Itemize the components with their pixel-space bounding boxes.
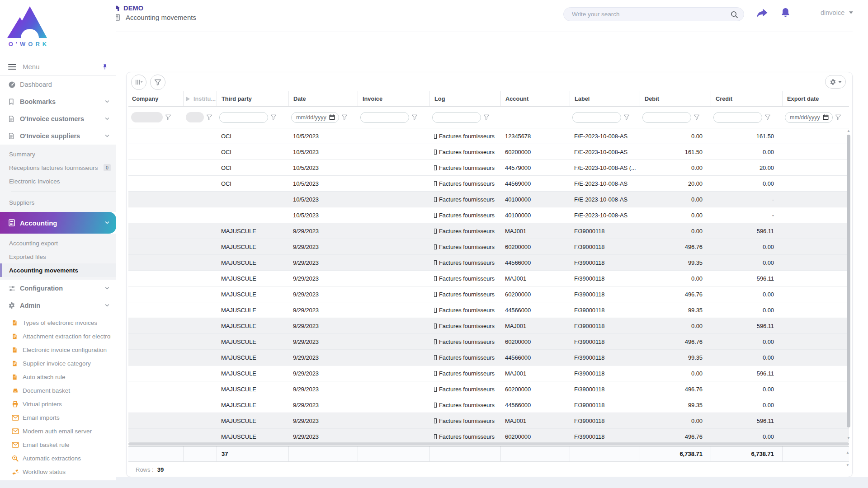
expand-group-icon[interactable] (186, 97, 190, 101)
column-header-institu[interactable]: Institu... (183, 91, 217, 106)
sidebar-item-dashboard[interactable]: Dashboard (0, 76, 116, 93)
funnel-icon[interactable] (165, 114, 171, 120)
sidebar-item-o-invoice-customers[interactable]: O'Invoice customers (0, 110, 116, 127)
funnel-icon[interactable] (411, 114, 418, 120)
scroll-up-icon[interactable]: ▲ (847, 129, 850, 133)
vertical-scrollbar-thumb[interactable] (847, 135, 850, 427)
summary-scroll-down-icon[interactable]: ▼ (846, 464, 849, 467)
sidebar-item-bookmarks[interactable]: Bookmarks (0, 93, 116, 110)
sidebar-item-document-basket[interactable]: Document basket (0, 384, 116, 397)
sidebar-item-configuration[interactable]: Configuration (0, 280, 116, 297)
missing-glyph-icon (434, 308, 437, 313)
funnel-icon[interactable] (206, 114, 212, 120)
table-row[interactable]: MAJUSCULE9/29/2023Factures fournisseursM… (128, 318, 849, 334)
sidebar-item-modern-auth-email-server[interactable]: Modern auth email server (0, 424, 116, 438)
sidebar-item-accounting-export[interactable]: Accounting export (0, 236, 116, 250)
summary-scroll-up-icon[interactable]: ▲ (846, 451, 849, 455)
table-settings-button[interactable] (825, 75, 846, 89)
date-filter-date[interactable]: mm/dd/yyyy (291, 112, 339, 123)
table-row[interactable]: OCI10/5/2023Factures fournisseurs6020000… (128, 144, 849, 160)
table-row[interactable]: MAJUSCULE9/29/2023Factures fournisseursM… (128, 366, 849, 381)
sidebar-item-auto-attach-rule[interactable]: Auto attach rule (0, 370, 116, 384)
table-row[interactable]: MAJUSCULE9/29/2023Factures fournisseursM… (128, 223, 849, 239)
sidebar-item-suppliers[interactable]: Suppliers (0, 196, 116, 209)
funnel-icon[interactable] (341, 114, 348, 120)
table-row[interactable]: MAJUSCULE9/29/2023Factures fournisseurs6… (128, 334, 849, 350)
cell-label: F/39000118 (570, 433, 640, 440)
sidebar-item-email-basket-rule[interactable]: Email basket rule (0, 438, 116, 451)
column-header-debit[interactable]: Debit (640, 91, 711, 106)
vertical-scrollbar[interactable]: ▲ ▼ (846, 128, 851, 442)
filter-input-credit[interactable] (713, 112, 762, 123)
table-row[interactable]: MAJUSCULE9/29/2023Factures fournisseurs6… (128, 381, 849, 397)
column-header-third-party[interactable]: Third party (217, 91, 288, 106)
bell-icon[interactable] (781, 7, 790, 20)
column-header-account[interactable]: Account (500, 91, 570, 106)
table-row[interactable]: MAJUSCULE9/29/2023Factures fournisseurs6… (128, 239, 849, 255)
filter-input-log[interactable] (432, 112, 481, 123)
share-icon[interactable] (756, 8, 768, 21)
horizontal-scrollbar[interactable] (128, 442, 849, 446)
filter-input-third-party[interactable] (219, 112, 268, 123)
column-header-date[interactable]: Date (288, 91, 358, 106)
table-row[interactable]: OCI10/5/2023Factures fournisseurs4456900… (128, 176, 849, 192)
funnel-icon[interactable] (835, 114, 841, 120)
filter-input-invoice[interactable] (360, 112, 409, 123)
sidebar-item-types-of-electronic-invoices[interactable]: Types of electronic invoices (0, 316, 116, 329)
sidebar-item-accounting[interactable]: Accounting (0, 212, 116, 234)
table-row[interactable]: MAJUSCULE9/29/2023Factures fournisseurs6… (128, 286, 849, 302)
app-logo[interactable]: O'WORK (0, 0, 116, 58)
table-row[interactable]: MAJUSCULE9/29/2023Factures fournisseurs4… (128, 397, 849, 413)
sidebar-item-workflow-status[interactable]: Workflow status (0, 465, 116, 479)
sidebar-item-virtual-printers[interactable]: Virtual printers (0, 397, 116, 411)
scroll-down-icon[interactable]: ▼ (847, 436, 850, 440)
funnel-icon[interactable] (270, 114, 277, 120)
column-header-credit[interactable]: Credit (711, 91, 782, 106)
sidebar-item-attachment-extraction-for-electroni[interactable]: Attachment extraction for electroni (0, 329, 116, 343)
filter-input-debit[interactable] (642, 112, 691, 123)
breadcrumb[interactable]: DEMO (113, 5, 143, 12)
sidebar-item-r-ceptions-factures-fournisseurs[interactable]: Réceptions factures fournisseurs0 (0, 161, 116, 174)
pin-icon[interactable] (102, 63, 108, 70)
funnel-icon[interactable] (483, 114, 490, 120)
table-row[interactable]: MAJUSCULE9/29/2023Factures fournisseurs4… (128, 302, 849, 318)
sidebar-item-accounting-movements[interactable]: Accounting movements (0, 263, 116, 277)
calendar-icon[interactable] (329, 114, 335, 120)
columns-button[interactable] (131, 75, 146, 90)
table-row[interactable]: OCI10/5/2023Factures fournisseurs4457900… (128, 160, 849, 176)
filter-input-label[interactable] (572, 112, 621, 123)
sidebar-item-o-invoice-suppliers[interactable]: O'Invoice suppliers (0, 127, 116, 145)
table-row[interactable]: MAJUSCULE9/29/2023Factures fournisseurs4… (128, 255, 849, 271)
filter-button[interactable] (150, 75, 165, 90)
sidebar-item-summary[interactable]: Summary (0, 147, 116, 161)
column-header-label[interactable]: Label (570, 91, 640, 106)
funnel-icon[interactable] (693, 114, 700, 120)
column-header-invoice[interactable]: Invoice (358, 91, 429, 106)
hamburger-icon[interactable] (8, 64, 16, 70)
sidebar-item-electronic-invoice-configuration[interactable]: Electronic invoice configuration (0, 343, 116, 357)
sidebar-item-automatic-extractions[interactable]: Automatic extractions (0, 451, 116, 465)
table-row[interactable]: OCI10/5/2023Factures fournisseurs1234567… (128, 128, 849, 144)
table-row[interactable]: 10/5/2023Factures fournisseurs40100000F/… (128, 192, 849, 207)
table-row[interactable]: MAJUSCULE9/29/2023Factures fournisseurs6… (128, 429, 849, 442)
date-filter-export-date[interactable]: mm/dd/yyyy (785, 112, 833, 123)
funnel-icon[interactable] (764, 114, 771, 120)
table-row[interactable]: 10/5/2023Factures fournisseurs40100000F/… (128, 207, 849, 223)
sidebar-item-exported-files[interactable]: Exported files (0, 250, 116, 263)
column-header-export-date[interactable]: Export date (782, 91, 849, 106)
sidebar-item-admin[interactable]: Admin (0, 297, 116, 314)
sidebar-item-electronic-invoices[interactable]: Electronic Invoices (0, 174, 116, 188)
table-row[interactable]: MAJUSCULE9/29/2023Factures fournisseursM… (128, 271, 849, 286)
search-input[interactable] (572, 8, 726, 21)
funnel-icon[interactable] (623, 114, 630, 120)
user-menu[interactable]: dinvoice (821, 9, 853, 16)
calendar-icon[interactable] (823, 114, 829, 120)
search-icon[interactable] (731, 11, 738, 20)
column-header-log[interactable]: Log (429, 91, 500, 106)
table-row[interactable]: MAJUSCULE9/29/2023Factures fournisseursM… (128, 413, 849, 429)
table-row[interactable]: MAJUSCULE9/29/2023Factures fournisseurs4… (128, 350, 849, 366)
horizontal-scrollbar-thumb[interactable] (128, 442, 849, 446)
sidebar-item-supplier-invoice-category[interactable]: Supplier invoice category (0, 357, 116, 370)
sidebar-item-email-imports[interactable]: Email imports (0, 411, 116, 424)
column-header-company[interactable]: Company (128, 91, 183, 106)
